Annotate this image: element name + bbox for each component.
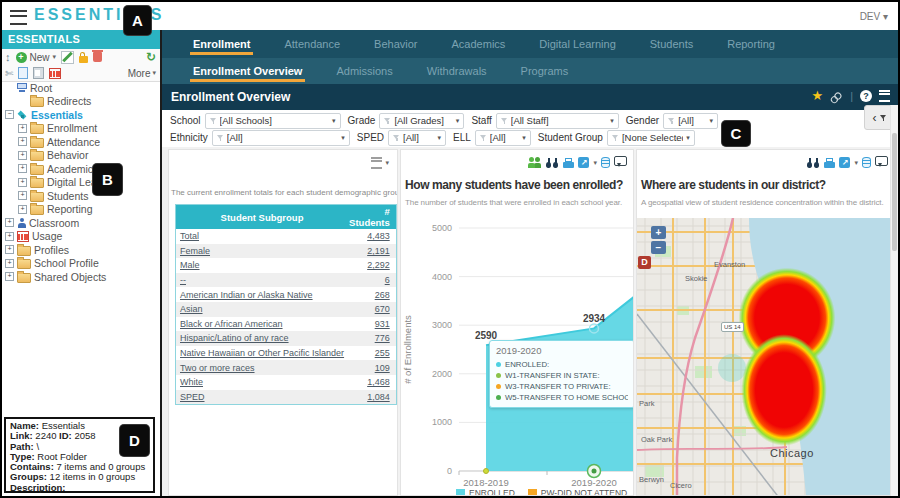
- tree-item-profiles[interactable]: +Profiles: [2, 243, 160, 257]
- subtab-withdrawals[interactable]: Withdrawals: [410, 58, 504, 84]
- titlebar-menu-icon[interactable]: [879, 90, 890, 102]
- people-icon[interactable]: [528, 157, 542, 168]
- subgroup-link[interactable]: Two or more races: [176, 360, 349, 375]
- edit-icon[interactable]: [61, 51, 74, 64]
- count-link[interactable]: 2,191: [348, 244, 396, 259]
- count-link[interactable]: 931: [348, 317, 396, 332]
- print-icon[interactable]: [824, 158, 835, 168]
- subgroup-link[interactable]: Female: [176, 244, 349, 259]
- filter-select-grade[interactable]: [All Grades]▾: [379, 113, 464, 129]
- panel-menu-icon[interactable]: ▾: [371, 157, 389, 169]
- filter-select-gender[interactable]: [All]▾: [663, 113, 718, 129]
- paste-icon[interactable]: [33, 67, 44, 79]
- refresh-icon[interactable]: ↻: [146, 51, 156, 63]
- tree-item-reporting[interactable]: +Reporting: [2, 203, 160, 217]
- tree-item-digital-learning[interactable]: +Digital Learning: [2, 176, 160, 190]
- count-link[interactable]: 268: [348, 287, 396, 302]
- cut-icon[interactable]: ✄: [5, 68, 13, 79]
- link-icon[interactable]: [829, 89, 845, 105]
- subgroup-link[interactable]: White: [176, 375, 349, 390]
- tab-reporting[interactable]: Reporting: [710, 30, 792, 58]
- tree-item-usage[interactable]: +Usage: [2, 230, 160, 244]
- export-icon[interactable]: [578, 157, 589, 168]
- subtab-enrollment-overview[interactable]: Enrollment Overview: [176, 58, 319, 84]
- count-link[interactable]: 670: [348, 302, 396, 317]
- legend-item[interactable]: ENROLLED: [456, 488, 515, 496]
- filter-select-sped[interactable]: [All]▾: [388, 130, 446, 146]
- filter-select-student-group[interactable]: [None Selected]▾: [607, 130, 695, 146]
- district-heatmap[interactable]: US 14 + − D EvanstonSkokieParkOak ParkBe…: [637, 218, 893, 496]
- caret-icon[interactable]: ▾: [854, 159, 858, 167]
- comment-icon[interactable]: [614, 156, 627, 166]
- count-link[interactable]: 1,468: [348, 375, 396, 390]
- binoculars-icon[interactable]: [807, 158, 820, 168]
- expand-icon[interactable]: +: [18, 124, 27, 133]
- tab-attendance[interactable]: Attendance: [267, 30, 357, 58]
- environment-dropdown[interactable]: DEV ▾: [860, 11, 888, 22]
- expand-icon[interactable]: +: [18, 191, 27, 200]
- scrollbar-thumb[interactable]: [892, 133, 897, 251]
- tree-item-attendance[interactable]: +Attendance: [2, 135, 160, 149]
- count-link[interactable]: 255: [348, 346, 396, 361]
- filter-select-school[interactable]: [All Schools]▾: [205, 113, 341, 129]
- subgroup-link[interactable]: Male: [176, 258, 349, 273]
- expand-icon[interactable]: +: [18, 205, 27, 214]
- vertical-scrollbar[interactable]: [890, 105, 898, 496]
- expand-icon[interactable]: +: [5, 272, 14, 281]
- subgroup-link[interactable]: Native Hawaiian or Other Pacific Islande…: [176, 346, 349, 361]
- subgroup-link[interactable]: Black or African American: [176, 317, 349, 332]
- column-num-students[interactable]: # Students: [348, 205, 396, 230]
- subgroup-link[interactable]: Hispanic/Latino of any race: [176, 331, 349, 346]
- subtab-programs[interactable]: Programs: [504, 58, 586, 84]
- tab-behavior[interactable]: Behavior: [357, 30, 434, 58]
- expand-icon[interactable]: +: [5, 245, 14, 254]
- lock-icon[interactable]: [79, 56, 88, 63]
- legend-item[interactable]: PW-DID NOT ATTEND: [528, 488, 627, 496]
- expand-icon[interactable]: +: [18, 151, 27, 160]
- subgroup-link[interactable]: SPED: [176, 390, 349, 405]
- map-marker-button[interactable]: D: [638, 256, 651, 269]
- sort-icon[interactable]: ↕: [5, 51, 11, 63]
- tab-academics[interactable]: Academics: [435, 30, 523, 58]
- chart-icon[interactable]: [49, 68, 61, 79]
- count-link[interactable]: 776: [348, 331, 396, 346]
- expand-icon[interactable]: +: [5, 232, 14, 241]
- expand-icon[interactable]: +: [5, 259, 14, 268]
- count-link[interactable]: 109: [348, 360, 396, 375]
- subgroup-link[interactable]: --: [176, 273, 349, 288]
- expand-icon[interactable]: +: [18, 137, 27, 146]
- help-icon[interactable]: [860, 90, 872, 102]
- expand-icon[interactable]: +: [18, 164, 27, 173]
- trash-icon[interactable]: [93, 52, 102, 62]
- hamburger-menu-icon[interactable]: [10, 10, 27, 25]
- tree-item-enrollment[interactable]: +Enrollment: [2, 122, 160, 136]
- map-zoom-in-button[interactable]: +: [651, 226, 666, 239]
- tree-item-classroom[interactable]: +Classroom: [2, 216, 160, 230]
- column-student-subgroup[interactable]: Student Subgroup: [176, 205, 349, 230]
- more-button[interactable]: More▾: [128, 68, 156, 79]
- new-button[interactable]: +New▾: [16, 52, 57, 63]
- tree-item-redirects[interactable]: Redirects: [2, 95, 160, 109]
- tab-enrollment[interactable]: Enrollment: [176, 30, 267, 58]
- print-icon[interactable]: [563, 158, 574, 168]
- subgroup-link[interactable]: American Indian or Alaska Native: [176, 287, 349, 302]
- tree-item-school-profile[interactable]: +School Profile: [2, 257, 160, 271]
- database-icon[interactable]: [601, 157, 610, 168]
- expand-icon[interactable]: +: [18, 178, 27, 187]
- count-link[interactable]: 4,483: [348, 229, 396, 244]
- filter-select-ell[interactable]: [All]▾: [475, 130, 531, 146]
- map-zoom-out-button[interactable]: −: [651, 241, 666, 254]
- count-link[interactable]: 6: [348, 273, 396, 288]
- expand-icon[interactable]: +: [5, 218, 14, 227]
- count-link[interactable]: 2,292: [348, 258, 396, 273]
- database-icon[interactable]: [862, 157, 871, 168]
- caret-icon[interactable]: ▾: [593, 159, 597, 167]
- export-icon[interactable]: [839, 157, 850, 168]
- subgroup-link[interactable]: Total: [176, 229, 349, 244]
- tree-item-academics[interactable]: +Academics: [2, 162, 160, 176]
- tab-students[interactable]: Students: [633, 30, 710, 58]
- filter-select-staff[interactable]: [All Staff]▾: [496, 113, 619, 129]
- subtab-admissions[interactable]: Admissions: [319, 58, 409, 84]
- filter-select-ethnicity[interactable]: [All]▾: [212, 130, 350, 146]
- binoculars-icon[interactable]: [546, 158, 559, 168]
